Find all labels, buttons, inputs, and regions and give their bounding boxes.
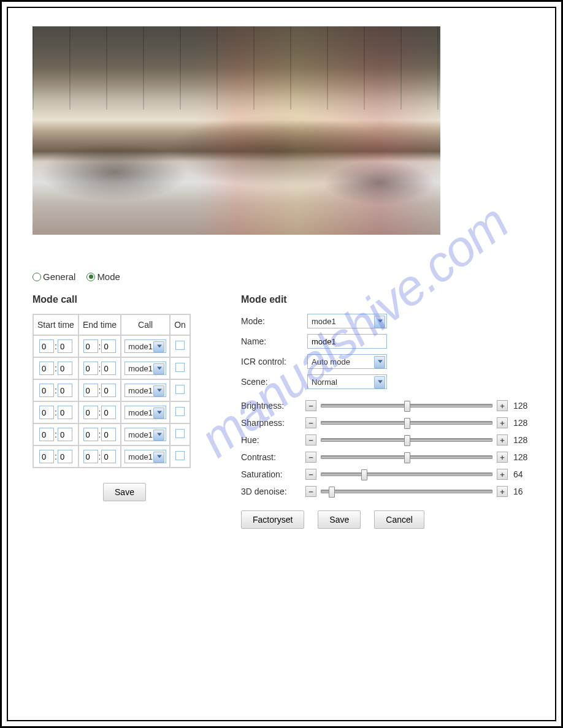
slider-track[interactable] xyxy=(321,404,492,408)
on-checkbox[interactable] xyxy=(175,407,185,416)
mode-call-table: Start time End time Call On ::mode1::mod… xyxy=(33,314,191,468)
slider-thumb[interactable] xyxy=(329,487,335,498)
chevron-down-icon xyxy=(157,389,162,392)
start-hour-input[interactable] xyxy=(39,339,54,353)
end-min-input[interactable] xyxy=(101,428,116,441)
call-select[interactable]: mode1 xyxy=(124,406,166,419)
on-checkbox[interactable] xyxy=(175,429,185,438)
scene-select[interactable]: Normal xyxy=(307,374,387,389)
table-row: ::mode1 xyxy=(33,423,190,446)
cancel-button[interactable]: Cancel xyxy=(374,510,424,529)
start-hour-input[interactable] xyxy=(39,384,54,397)
start-hour-input[interactable] xyxy=(39,362,54,375)
slider-thumb[interactable] xyxy=(361,469,367,480)
outer-frame: manualshive.com General Mode Mode call S… xyxy=(0,0,563,728)
on-checkbox[interactable] xyxy=(175,363,185,372)
th-end: End time xyxy=(79,314,121,335)
slider-label: Contrast: xyxy=(241,452,302,462)
chevron-down-icon xyxy=(157,433,162,436)
call-select-value: mode1 xyxy=(128,430,153,439)
start-hour-input[interactable] xyxy=(39,450,54,463)
mode-edit-title: Mode edit xyxy=(241,294,530,305)
slider-value: 16 xyxy=(511,487,530,496)
slider-value: 128 xyxy=(511,401,530,411)
end-hour-input[interactable] xyxy=(83,339,98,353)
start-min-input[interactable] xyxy=(58,339,72,353)
slider-plus-button[interactable]: + xyxy=(497,434,508,446)
slider-plus-button[interactable]: + xyxy=(497,452,508,463)
slider-minus-button[interactable]: − xyxy=(305,400,316,411)
th-call: Call xyxy=(121,314,170,335)
end-min-input[interactable] xyxy=(101,339,116,353)
on-checkbox[interactable] xyxy=(175,451,185,460)
slider-label: Saturation: xyxy=(241,469,302,479)
slider-thumb[interactable] xyxy=(404,435,410,446)
mode-edit-save-button[interactable]: Save xyxy=(318,510,361,529)
end-min-input[interactable] xyxy=(101,362,116,375)
call-select[interactable]: mode1 xyxy=(124,384,166,397)
slider-minus-button[interactable]: − xyxy=(305,486,316,497)
on-checkbox[interactable] xyxy=(175,385,185,394)
end-min-input[interactable] xyxy=(101,450,116,463)
chevron-down-icon xyxy=(157,367,162,370)
slider-track[interactable] xyxy=(321,472,492,476)
slider-track[interactable] xyxy=(321,455,492,459)
end-hour-input[interactable] xyxy=(83,384,98,397)
start-min-input[interactable] xyxy=(58,406,72,419)
start-min-input[interactable] xyxy=(58,428,72,441)
slider-minus-button[interactable]: − xyxy=(305,452,316,463)
name-label: Name: xyxy=(241,336,302,346)
slider-value: 128 xyxy=(511,452,530,462)
start-hour-input[interactable] xyxy=(39,428,54,441)
call-select[interactable]: mode1 xyxy=(124,450,166,463)
call-select-value: mode1 xyxy=(128,408,153,417)
slider-plus-button[interactable]: + xyxy=(497,469,508,480)
slider-track[interactable] xyxy=(321,438,492,442)
call-select-value: mode1 xyxy=(128,452,153,461)
table-row: ::mode1 xyxy=(33,335,190,357)
icr-select-value: Auto mode xyxy=(312,357,350,366)
start-min-input[interactable] xyxy=(58,450,72,463)
slider-value: 128 xyxy=(511,435,530,445)
on-checkbox[interactable] xyxy=(175,341,185,350)
call-select-value: mode1 xyxy=(128,386,153,395)
end-hour-input[interactable] xyxy=(83,450,98,463)
end-hour-input[interactable] xyxy=(83,406,98,419)
call-select[interactable]: mode1 xyxy=(124,362,166,375)
table-row: ::mode1 xyxy=(33,446,190,468)
chevron-down-icon xyxy=(157,455,162,458)
slider-value: 128 xyxy=(511,418,530,428)
call-select[interactable]: mode1 xyxy=(124,428,166,441)
radio-mode[interactable]: Mode xyxy=(86,271,120,282)
end-min-input[interactable] xyxy=(101,384,116,397)
slider-plus-button[interactable]: + xyxy=(497,486,508,497)
start-min-input[interactable] xyxy=(58,384,72,397)
slider-track[interactable] xyxy=(321,490,492,493)
start-min-input[interactable] xyxy=(58,362,72,375)
slider-minus-button[interactable]: − xyxy=(305,469,316,480)
end-hour-input[interactable] xyxy=(83,362,98,375)
slider-value: 64 xyxy=(511,469,530,479)
mode-call-title: Mode call xyxy=(33,294,216,305)
slider-label: 3D denoise: xyxy=(241,487,302,496)
name-input[interactable] xyxy=(307,334,387,349)
mode-select[interactable]: mode1 xyxy=(307,314,387,328)
icr-select[interactable]: Auto mode xyxy=(307,354,387,369)
factoryset-button[interactable]: Factoryset xyxy=(241,510,304,529)
slider-minus-button[interactable]: − xyxy=(305,417,316,428)
slider-label: Brightness: xyxy=(241,401,302,411)
slider-thumb[interactable] xyxy=(404,418,410,429)
slider-plus-button[interactable]: + xyxy=(497,400,508,411)
end-hour-input[interactable] xyxy=(83,428,98,441)
radio-general[interactable]: General xyxy=(33,271,75,282)
table-row: ::mode1 xyxy=(33,357,190,379)
slider-thumb[interactable] xyxy=(404,401,410,412)
slider-track[interactable] xyxy=(321,421,492,425)
mode-call-save-button[interactable]: Save xyxy=(103,483,146,501)
call-select[interactable]: mode1 xyxy=(124,339,166,353)
slider-plus-button[interactable]: + xyxy=(497,417,508,428)
slider-minus-button[interactable]: − xyxy=(305,434,316,446)
start-hour-input[interactable] xyxy=(39,406,54,419)
end-min-input[interactable] xyxy=(101,406,116,419)
slider-thumb[interactable] xyxy=(404,452,410,463)
